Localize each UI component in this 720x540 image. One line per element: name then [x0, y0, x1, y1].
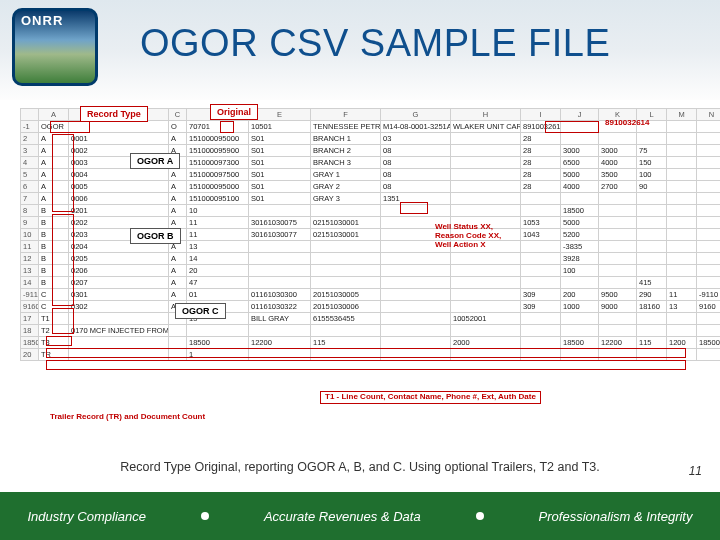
row-number: 9 — [21, 217, 39, 229]
cell: 20151030006 — [311, 301, 381, 313]
highlight-original-cell — [220, 121, 234, 133]
cell — [697, 313, 721, 325]
footer-mid: Accurate Revenues & Data — [264, 509, 421, 524]
cell: S01 — [249, 181, 311, 193]
cell: 4000 — [599, 157, 637, 169]
cell: 20151030005 — [311, 289, 381, 301]
cell: -9110 — [697, 289, 721, 301]
cell — [521, 253, 561, 265]
row-number: 13 — [21, 265, 39, 277]
cell: BRANCH 3 — [311, 157, 381, 169]
cell — [381, 337, 451, 349]
cell: A — [169, 265, 187, 277]
cell — [599, 265, 637, 277]
cell — [637, 265, 667, 277]
table-row: 18T20170 MCF INJECTED FROM OFF LEASE SOU… — [21, 325, 721, 337]
cell — [69, 313, 169, 325]
cell — [599, 133, 637, 145]
cell — [637, 253, 667, 265]
label-ogor-b: OGOR B — [130, 228, 181, 244]
cell — [381, 289, 451, 301]
cell — [451, 205, 521, 217]
cell — [667, 133, 697, 145]
cell — [697, 157, 721, 169]
cell — [451, 289, 521, 301]
cell — [381, 301, 451, 313]
cell: A — [169, 133, 187, 145]
cell — [451, 157, 521, 169]
cell: 11 — [187, 217, 249, 229]
label-ogor-a: OGOR A — [130, 153, 180, 169]
callout-header-id: 8910032614 — [605, 119, 650, 128]
row-number: -9110 — [21, 289, 39, 301]
col-header: C — [169, 109, 187, 121]
cell — [311, 241, 381, 253]
table-row: 18500T3185001220011520001850012200115120… — [21, 337, 721, 349]
cell: S01 — [249, 169, 311, 181]
cell: 1000 — [561, 301, 599, 313]
cell — [667, 241, 697, 253]
cell — [249, 205, 311, 217]
callout-t1: T1 - Line Count, Contact Name, Phone #, … — [320, 391, 541, 404]
cell: A — [169, 217, 187, 229]
row-number: 12 — [21, 253, 39, 265]
cell — [311, 277, 381, 289]
table-row: 9160C0302A010116103032220151030006309100… — [21, 301, 721, 313]
cell: 6155536455 — [311, 313, 381, 325]
row-number: -1 — [21, 121, 39, 133]
cell — [637, 133, 667, 145]
highlight-t3-tr — [46, 360, 686, 370]
cell — [667, 169, 697, 181]
cell — [637, 229, 667, 241]
footer-dot-2 — [476, 512, 484, 520]
cell — [599, 277, 637, 289]
cell: 10052001 — [451, 313, 521, 325]
logo-text: ONRR — [21, 13, 63, 28]
cell — [451, 193, 521, 205]
cell: 151000095100 — [187, 193, 249, 205]
cell: 10501 — [249, 121, 311, 133]
cell — [667, 157, 697, 169]
cell — [697, 133, 721, 145]
highlight-ogor-a-rows — [52, 134, 74, 212]
cell — [187, 325, 249, 337]
table-row: 10B0203A11301610300770215103000110435200 — [21, 229, 721, 241]
cell: 0006 — [69, 193, 169, 205]
cell — [697, 253, 721, 265]
table-row: 3A0002A151000095900S01BRANCH 20828300030… — [21, 145, 721, 157]
cell — [381, 313, 451, 325]
cell — [69, 337, 169, 349]
cell: 151000097300 — [187, 157, 249, 169]
footer-left: Industry Compliance — [27, 509, 146, 524]
row-number: 11 — [21, 241, 39, 253]
cell — [697, 277, 721, 289]
cell — [249, 241, 311, 253]
row-number: 2 — [21, 133, 39, 145]
cell — [637, 241, 667, 253]
cell — [451, 301, 521, 313]
cell: 02151030001 — [311, 217, 381, 229]
cell — [637, 217, 667, 229]
row-number: 7 — [21, 193, 39, 205]
cell — [521, 313, 561, 325]
cell: M14-08-0001-3251A — [381, 121, 451, 133]
cell — [697, 229, 721, 241]
onrr-logo: ONRR — [12, 8, 98, 86]
cell — [697, 241, 721, 253]
cell — [667, 253, 697, 265]
row-number: 5 — [21, 169, 39, 181]
cell: 0004 — [69, 169, 169, 181]
footer-bar: Industry Compliance Accurate Revenues & … — [0, 492, 720, 540]
cell — [599, 229, 637, 241]
cell — [169, 325, 187, 337]
cell: 2000 — [451, 337, 521, 349]
cell — [599, 217, 637, 229]
cell — [599, 205, 637, 217]
cell — [697, 193, 721, 205]
page-number: 11 — [689, 464, 702, 478]
cell — [561, 133, 599, 145]
cell: 0001 — [69, 133, 169, 145]
cell: 151000097500 — [187, 169, 249, 181]
label-original: Original — [210, 104, 258, 120]
cell — [599, 193, 637, 205]
